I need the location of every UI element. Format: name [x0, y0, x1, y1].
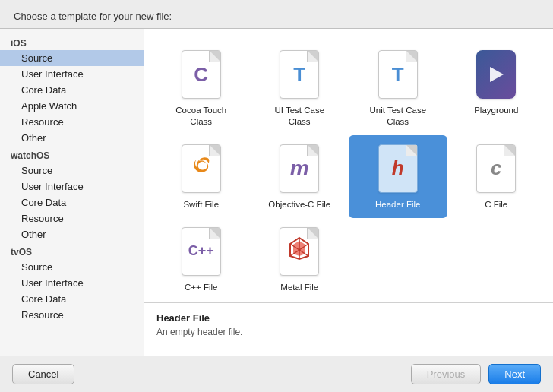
file-label-c: C File: [485, 199, 507, 210]
file-item-metal[interactable]: Metal File: [251, 218, 349, 301]
sidebar-item-ios-resource[interactable]: Resource: [0, 114, 144, 130]
file-item-playground[interactable]: Playground: [447, 41, 546, 135]
unit-test-case-icon: T: [375, 49, 421, 100]
svg-marker-0: [490, 67, 504, 82]
playground-icon: [473, 49, 519, 100]
description-panel: Header File An empty header file.: [144, 302, 553, 356]
sidebar-item-ios-source[interactable]: Source: [0, 50, 144, 66]
dialog-body: iOS Source User Interface Core Data Appl…: [0, 28, 553, 356]
sidebar-group-tvos: tvOS: [0, 242, 144, 259]
next-button[interactable]: Next: [488, 364, 541, 384]
sidebar-item-ios-applewatch[interactable]: Apple Watch: [0, 98, 144, 114]
sidebar-item-ios-other[interactable]: Other: [0, 130, 144, 146]
sidebar-item-watchos-userinterface[interactable]: User Interface: [0, 179, 144, 194]
sidebar-item-watchos-source[interactable]: Source: [0, 163, 144, 179]
metal-icon: [276, 226, 322, 277]
file-label-ui-test-case: UI Test CaseClass: [274, 105, 324, 128]
sidebar-item-ios-userinterface[interactable]: User Interface: [0, 66, 144, 82]
file-label-swift: Swift File: [183, 199, 219, 210]
previous-button: Previous: [411, 364, 482, 384]
sidebar-item-watchos-other[interactable]: Other: [0, 226, 144, 242]
sidebar-item-tvos-resource[interactable]: Resource: [0, 307, 144, 323]
sidebar-item-ios-coredata[interactable]: Core Data: [0, 82, 144, 98]
file-label-unit-test-case: Unit Test CaseClass: [369, 105, 426, 128]
file-item-ui-test-case[interactable]: T UI Test CaseClass: [251, 41, 349, 135]
dialog-header: Choose a template for your new file:: [0, 0, 553, 28]
sidebar-item-tvos-source[interactable]: Source: [0, 259, 144, 275]
file-item-unit-test-case[interactable]: T Unit Test CaseClass: [349, 41, 447, 135]
sidebar-item-watchos-resource[interactable]: Resource: [0, 210, 144, 226]
cocoa-touch-icon: C: [179, 49, 224, 100]
dialog-title: Choose a template for your new file:: [14, 11, 172, 22]
sidebar-item-tvos-coredata[interactable]: Core Data: [0, 291, 144, 307]
file-label-cpp: C++ File: [185, 282, 217, 293]
sidebar-item-watchos-coredata[interactable]: Core Data: [0, 194, 144, 210]
file-item-cocoa-touch[interactable]: C Cocoa TouchClass: [152, 41, 251, 135]
header-icon: h: [375, 143, 421, 194]
file-label-playground: Playground: [474, 105, 518, 116]
sidebar-group-watchos: watchOS: [0, 146, 144, 163]
description-text: An empty header file.: [156, 327, 541, 337]
file-label-cocoa-touch: Cocoa TouchClass: [175, 105, 226, 128]
sidebar-item-tvos-userinterface[interactable]: User Interface: [0, 275, 144, 291]
file-item-cpp[interactable]: C++ C++ File: [152, 218, 251, 301]
sidebar-group-ios: iOS: [0, 33, 144, 50]
objective-c-icon: m: [276, 143, 322, 194]
file-label-header: Header File: [375, 199, 420, 210]
description-title: Header File: [156, 312, 541, 324]
file-item-swift[interactable]: Swift File: [152, 135, 251, 218]
swift-icon: [179, 143, 224, 194]
cancel-button[interactable]: Cancel: [12, 364, 74, 384]
file-item-c[interactable]: c C File: [447, 135, 546, 218]
file-item-objective-c[interactable]: m Objective-C File: [251, 135, 349, 218]
sidebar: iOS Source User Interface Core Data Appl…: [0, 29, 144, 356]
c-icon: c: [473, 143, 519, 194]
main-content: C Cocoa TouchClass T UI Test CaseClass: [144, 29, 553, 356]
file-label-objective-c: Objective-C File: [268, 199, 330, 210]
file-grid: C Cocoa TouchClass T UI Test CaseClass: [144, 29, 553, 302]
dialog-footer: Cancel Previous Next: [0, 356, 553, 392]
file-item-header[interactable]: h Header File: [349, 135, 447, 218]
cpp-icon: C++: [179, 226, 224, 277]
file-label-metal: Metal File: [280, 282, 318, 293]
ui-test-case-icon: T: [276, 49, 322, 100]
